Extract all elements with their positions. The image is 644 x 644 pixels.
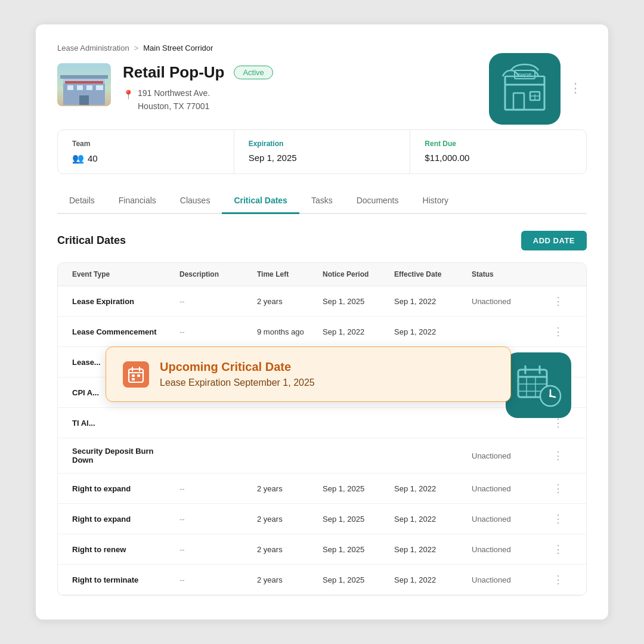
notice-period-cell: Sep 1, 2025 (318, 506, 389, 532)
svg-rect-24 (60, 75, 108, 79)
col-actions (544, 263, 568, 286)
add-date-button[interactable]: ADD DATE (521, 231, 587, 250)
description-cell (175, 447, 252, 464)
shop-icon-badge: SHOP (489, 53, 561, 125)
table-row: Right to terminate -- 2 years Sep 1, 202… (58, 565, 586, 595)
upcoming-date-tooltip: Upcoming Critical Date Lease Expiration … (106, 346, 586, 402)
time-left-cell: 2 years (252, 537, 318, 562)
tab-financials[interactable]: Financials (107, 191, 168, 214)
tab-history[interactable]: History (411, 191, 461, 214)
event-type-cell: Right to terminate (67, 567, 175, 593)
notice-period-cell: Sep 1, 2025 (318, 537, 389, 562)
svg-rect-25 (67, 85, 73, 90)
event-type-cell: Right to renew (67, 537, 175, 562)
breadcrumb-current: Main Street Corridor (143, 44, 213, 52)
svg-rect-27 (86, 85, 92, 90)
stats-row: Team 👥 40 Expiration Sep 1, 2025 Rent du… (57, 129, 587, 174)
property-name: Retail Pop-Up (123, 63, 224, 82)
status-cell: Unactioned (467, 443, 544, 469)
address-line1: 191 Northwest Ave. (138, 86, 210, 100)
description-cell: -- (175, 476, 252, 501)
expiration-value: Sep 1, 2025 (249, 153, 396, 163)
status-cell: Unactioned (467, 537, 544, 562)
people-icon: 👥 (72, 153, 84, 164)
expiration-label: Expiration (249, 140, 396, 148)
svg-rect-35 (132, 374, 135, 377)
description-cell (175, 414, 252, 431)
rent-due-label: Rent due (425, 140, 572, 148)
time-left-cell (252, 414, 318, 431)
svg-rect-29 (79, 95, 89, 105)
breadcrumb-parent[interactable]: Lease Administration (57, 44, 129, 52)
effective-date-cell: Sep 1, 2022 (389, 319, 467, 345)
tab-critical-dates[interactable]: Critical Dates (222, 191, 299, 214)
main-card: SHOP ⋮ Lease Administration > M (36, 24, 608, 620)
status-cell: Unactioned (467, 289, 544, 314)
status-cell: Unactioned (467, 506, 544, 532)
svg-rect-1 (513, 93, 524, 110)
team-label: Team (72, 140, 219, 148)
tab-clauses[interactable]: Clauses (168, 191, 222, 214)
effective-date-cell: Sep 1, 2022 (389, 537, 467, 562)
stat-team: Team 👥 40 (58, 130, 234, 174)
table-row: Lease Commencement -- 9 months ago Sep 1… (58, 317, 586, 347)
stat-rent-due: Rent due $11,000.00 (410, 130, 586, 174)
effective-date-cell (389, 414, 467, 431)
svg-rect-26 (77, 85, 83, 90)
rent-due-value: $11,000.00 (425, 153, 572, 163)
row-actions-button[interactable]: ⋮ (544, 286, 568, 316)
svg-rect-37 (132, 378, 135, 380)
table-row: Lease Expiration -- 2 years Sep 1, 2025 … (58, 286, 586, 317)
tab-documents[interactable]: Documents (345, 191, 411, 214)
notice-period-cell: Sep 1, 2025 (318, 289, 389, 314)
critical-dates-table: Event Type Description Time Left Notice … (57, 262, 587, 596)
tab-details[interactable]: Details (57, 191, 107, 214)
time-left-cell: 2 years (252, 289, 318, 314)
table-row: TI Al... ⋮ (58, 408, 586, 438)
notice-period-cell (318, 414, 389, 431)
description-cell: -- (175, 289, 252, 314)
time-left-cell: 9 months ago (252, 319, 318, 345)
section-title: Critical Dates (57, 234, 126, 247)
notice-period-cell: Sep 1, 2022 (318, 319, 389, 345)
row-actions-button[interactable]: ⋮ (544, 565, 568, 595)
location-icon: 📍 (123, 88, 134, 102)
property-thumbnail (57, 63, 111, 106)
row-actions-button[interactable]: ⋮ (544, 441, 568, 470)
col-notice-period: Notice Period (318, 263, 389, 286)
section-header: Critical Dates ADD DATE (57, 231, 587, 250)
time-left-cell: 2 years (252, 506, 318, 532)
tab-tasks[interactable]: Tasks (299, 191, 345, 214)
event-type-cell: Lease Expiration (67, 289, 175, 314)
col-status: Status (467, 263, 544, 286)
effective-date-cell: Sep 1, 2022 (389, 476, 467, 501)
time-left-cell (252, 447, 318, 464)
more-options-button[interactable]: ⋮ (569, 82, 582, 95)
row-actions-button[interactable]: ⋮ (544, 504, 568, 534)
breadcrumb-separator: > (134, 44, 139, 52)
table-header: Event Type Description Time Left Notice … (58, 263, 586, 286)
description-cell: -- (175, 506, 252, 532)
tabs-row: Details Financials Clauses Critical Date… (57, 191, 587, 214)
time-left-cell: 2 years (252, 567, 318, 593)
table-row: Security Deposit Burn Down Unactioned ⋮ (58, 438, 586, 473)
time-left-cell: 2 years (252, 476, 318, 501)
effective-date-cell: Sep 1, 2022 (389, 506, 467, 532)
row-actions-button[interactable]: ⋮ (544, 534, 568, 564)
effective-date-cell: Sep 1, 2022 (389, 289, 467, 314)
tooltip-body: Lease Expiration September 1, 2025 (160, 377, 315, 388)
effective-date-cell (389, 447, 467, 464)
notice-period-cell (318, 447, 389, 464)
tooltip-title: Upcoming Critical Date (160, 360, 315, 374)
table-row: Right to renew -- 2 years Sep 1, 2025 Se… (58, 534, 586, 565)
row-actions-button[interactable]: ⋮ (544, 317, 568, 346)
notice-period-cell: Sep 1, 2025 (318, 476, 389, 501)
status-cell: Unactioned (467, 567, 544, 593)
description-cell: -- (175, 319, 252, 345)
status-cell (467, 323, 544, 340)
col-effective-date: Effective Date (389, 263, 467, 286)
event-type-cell: Lease Commencement (67, 319, 175, 345)
row-actions-button[interactable]: ⋮ (544, 473, 568, 503)
svg-rect-30 (65, 81, 103, 83)
table-row: Right to expand -- 2 years Sep 1, 2025 S… (58, 473, 586, 504)
